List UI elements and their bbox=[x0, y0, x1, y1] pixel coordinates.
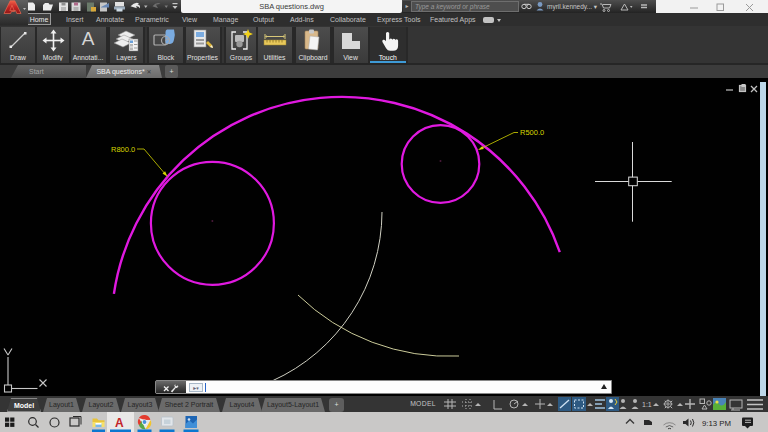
svg-text:1:1: 1:1 bbox=[642, 401, 652, 408]
svg-text:R500.0: R500.0 bbox=[520, 128, 544, 137]
svg-text:R800.0: R800.0 bbox=[111, 145, 135, 154]
svg-text:9:13 PM: 9:13 PM bbox=[702, 419, 731, 428]
svg-text:A: A bbox=[115, 416, 124, 430]
